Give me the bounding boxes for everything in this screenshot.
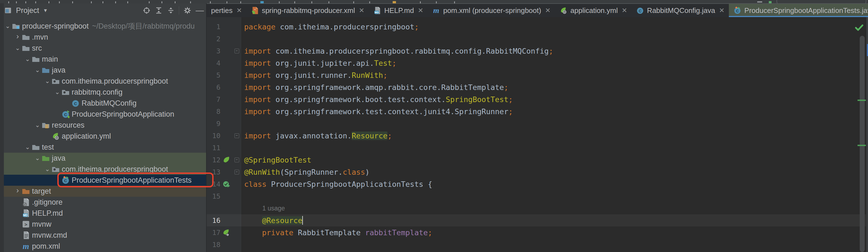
tree-item-label: RabbitMQConfig — [82, 99, 137, 108]
markdown-icon: MD — [22, 209, 31, 218]
package-icon — [51, 165, 61, 174]
chevron-expanded-icon[interactable]: ⌄ — [14, 44, 22, 52]
chevron-expanded-icon[interactable]: ⌄ — [24, 56, 31, 63]
spring-leaf-icon[interactable] — [220, 156, 232, 164]
svg-text:C: C — [74, 101, 77, 106]
tree-item-label: producer-springboot — [22, 22, 89, 31]
text-fragment — [49, 1, 49, 3]
tree-item-test[interactable]: ⌄test — [4, 142, 206, 153]
code-line-6: 6import org.springframework.amqp.rabbit.… — [207, 81, 866, 93]
svg-text:MD: MD — [23, 214, 28, 217]
code-line-4: 4import org.junit.jupiter.api.Test; — [207, 57, 866, 69]
stripe-mark[interactable] — [858, 145, 866, 146]
stripe-mark[interactable] — [858, 100, 866, 101]
chevron-expanded-icon[interactable]: ⌄ — [24, 144, 31, 151]
tree-item-label: java — [52, 66, 66, 75]
text-fragment — [35, 1, 36, 3]
editor-scrollbar[interactable] — [860, 36, 865, 252]
tree-item-main[interactable]: ⌄main — [4, 53, 206, 65]
fold-marker-icon[interactable]: − — [232, 158, 241, 162]
code-line-14: 14class ProducerSpringbootApplicationTes… — [207, 178, 866, 190]
tree-item-src[interactable]: ⌄src — [4, 43, 206, 53]
text-file-icon — [22, 231, 31, 240]
line-number: 3 — [207, 47, 220, 55]
tree-item-target[interactable]: ›target — [4, 186, 206, 197]
chevron-expanded-icon[interactable]: ⌄ — [43, 166, 51, 173]
code-text: @Resource — [241, 216, 303, 225]
text-fragment — [8, 1, 9, 3]
chevron-expanded-icon[interactable]: ⌄ — [54, 88, 61, 96]
fold-marker-icon[interactable]: − — [232, 134, 241, 138]
tree-item-java[interactable]: ⌄java — [4, 153, 206, 164]
tree-item-label: .mvn — [32, 33, 48, 41]
run-test-icon[interactable] — [220, 180, 232, 188]
expand-all-icon[interactable] — [155, 6, 163, 14]
tree-item-pom-xml[interactable]: mpom.xml — [4, 241, 206, 252]
tree-item--mvn[interactable]: ›.mvn — [4, 32, 206, 43]
code-line-8: 8import org.springframework.test.context… — [207, 105, 866, 117]
folder-icon — [22, 33, 31, 41]
tree-item-java[interactable]: ⌄java — [4, 65, 206, 76]
settings-gear-icon[interactable] — [183, 6, 192, 15]
chevron-expanded-icon[interactable]: ⌄ — [4, 23, 11, 30]
chevron-collapsed-icon[interactable]: › — [14, 186, 22, 195]
tree-item-label: test — [42, 143, 54, 152]
class-icon: C — [71, 99, 81, 108]
line-number: 16 — [207, 217, 220, 224]
tree-item-rabbitmq-config[interactable]: ⌄rabbitmq.config — [4, 87, 206, 98]
folder-sources-icon — [41, 66, 51, 75]
line-number: 5 — [207, 71, 220, 79]
tree-item-rabbitmqconfig[interactable]: CRabbitMQConfig — [4, 98, 206, 109]
line-number: 17 — [207, 228, 220, 237]
text-caret — [302, 216, 303, 225]
code-line-17: 17 private RabbitTemplate rabbitTemplate… — [207, 226, 866, 239]
tree-item-mvnw[interactable]: >mvnw — [4, 219, 206, 230]
tree-item-label: mvnw.cmd — [32, 231, 67, 240]
hide-panel-icon[interactable]: — — [196, 6, 204, 14]
tree-item-label: resources — [52, 121, 85, 130]
code-editor[interactable]: 1 usage1package com.itheima.producerspri… — [207, 0, 866, 252]
shell-icon: > — [22, 220, 31, 228]
red-highlight-annotation — [57, 173, 214, 187]
tree-item-resources[interactable]: ⌄resources — [4, 120, 206, 131]
line-number: 12 — [207, 156, 220, 164]
ignored-file-icon — [22, 198, 31, 207]
text-fragment — [115, 1, 116, 3]
boot-class-icon: C — [61, 110, 70, 118]
tree-item-label: ProducerSpringbootApplication — [72, 110, 174, 118]
project-tool-icon — [4, 6, 12, 14]
tree-item-producer-springboot[interactable]: ⌄producer-springboot~/Desktop/项目/rabbitm… — [4, 21, 206, 32]
chevron-expanded-icon[interactable]: ⌄ — [34, 121, 41, 129]
fold-marker-icon[interactable]: − — [232, 170, 241, 174]
text-fragment — [149, 1, 150, 3]
chevron-expanded-icon[interactable]: ⌄ — [43, 78, 51, 85]
collapse-all-icon[interactable] — [167, 6, 175, 14]
code-line-12: 12−@SpringBootTest — [207, 154, 866, 166]
fold-marker-icon[interactable]: − — [232, 49, 241, 53]
tree-item--gitignore[interactable]: .gitignore — [4, 197, 206, 208]
code-text: import org.springframework.boot.test.con… — [241, 95, 513, 104]
code-text: import javax.annotation.Resource; — [241, 132, 392, 140]
chevron-expanded-icon[interactable]: ⌄ — [34, 67, 41, 74]
tree-item-producerspringbootapplication[interactable]: CProducerSpringbootApplication — [4, 109, 206, 120]
usages-inlay-hint[interactable]: 1 usage — [241, 205, 285, 212]
line-number: 15 — [207, 192, 220, 200]
inspections-passed-icon[interactable] — [854, 22, 865, 33]
tree-item-application-yml[interactable]: application.yml — [4, 131, 206, 142]
code-line-10: 10−import javax.annotation.Resource; — [207, 130, 866, 142]
tree-item-label: com.itheima.producerspringboot — [62, 77, 168, 85]
code-text: class ProducerSpringbootApplicationTests… — [241, 180, 432, 188]
code-line-13: 13−@RunWith(SpringRunner.class) — [207, 166, 866, 178]
tree-item-help-md[interactable]: MDHELP.md — [4, 208, 206, 219]
text-fragment — [190, 1, 191, 3]
spring-bean-icon[interactable] — [220, 228, 232, 237]
locate-icon[interactable] — [143, 6, 151, 14]
chevron-collapsed-icon[interactable]: › — [14, 32, 22, 41]
spring-yml-icon — [51, 132, 61, 141]
chevron-expanded-icon[interactable]: ⌄ — [34, 155, 41, 162]
text-fragment — [127, 1, 128, 3]
chevron-down-icon[interactable]: ▼ — [43, 8, 48, 13]
tree-item-mvnw-cmd[interactable]: mvnw.cmd — [4, 230, 206, 241]
line-number: 18 — [207, 241, 220, 249]
tree-item-com-itheima-producerspringboot[interactable]: ⌄com.itheima.producerspringboot — [4, 76, 206, 87]
